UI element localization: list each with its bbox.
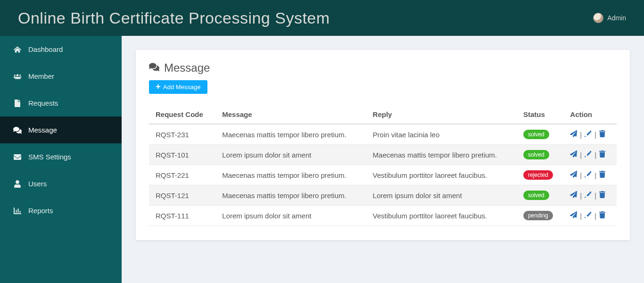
chart-icon — [13, 207, 22, 215]
separator: | — [579, 171, 583, 179]
cell-message: Maecenas mattis tempor libero pretium. — [215, 165, 366, 185]
users-icon — [13, 73, 22, 80]
cell-status: solved — [517, 185, 563, 206]
message-card: Message Add Message Request Code Message… — [136, 50, 630, 240]
file-icon — [13, 100, 22, 107]
separator: | — [594, 131, 597, 139]
send-icon[interactable] — [570, 150, 577, 159]
trash-icon[interactable] — [599, 191, 605, 200]
sidebar-item-label: SMS Settings — [28, 153, 71, 161]
cell-status: solved — [517, 124, 563, 145]
add-message-label: Add Message — [163, 83, 201, 91]
cell-reply: Proin vitae lacinia leo — [366, 124, 517, 145]
avatar — [593, 13, 603, 23]
cell-code: RQST-221 — [149, 165, 215, 185]
cell-status: rejected — [517, 165, 563, 185]
separator: | — [579, 131, 583, 139]
sidebar-item-dashboard[interactable]: Dashboard — [0, 36, 122, 63]
cell-code: RQST-231 — [149, 124, 215, 145]
status-badge: solved — [523, 150, 549, 159]
sidebar-item-label: Message — [28, 126, 57, 134]
sidebar-item-sms-settings[interactable]: SMS Settings — [0, 143, 122, 170]
main-content: Message Add Message Request Code Message… — [122, 36, 644, 283]
edit-icon[interactable] — [585, 211, 592, 220]
edit-icon[interactable] — [585, 150, 592, 159]
send-icon[interactable] — [570, 191, 577, 200]
home-icon — [13, 46, 22, 53]
status-badge: solved — [523, 191, 549, 200]
separator: | — [594, 212, 597, 220]
sidebar-item-requests[interactable]: Requests — [0, 90, 122, 117]
table-row: RQST-111 Lorem ipsum dolor sit ament Ves… — [149, 206, 617, 226]
cell-action: | | — [563, 206, 617, 226]
separator: | — [579, 212, 583, 220]
sidebar-item-label: Dashboard — [28, 45, 63, 53]
cell-code: RQST-101 — [149, 145, 215, 165]
cell-reply: Vestibulum porttitor laoreet faucibus. — [366, 206, 517, 226]
page-title-row: Message — [149, 61, 617, 75]
messages-table: Request Code Message Reply Status Action… — [149, 105, 617, 226]
cell-code: RQST-121 — [149, 185, 215, 206]
col-code: Request Code — [149, 105, 215, 124]
cell-reply: Lorem ipsum dolor sit ament — [366, 185, 517, 206]
sidebar-item-users[interactable]: Users — [0, 170, 122, 197]
col-message: Message — [215, 105, 366, 124]
sidebar-item-label: Users — [28, 180, 47, 188]
table-row: RQST-221 Maecenas mattis tempor libero p… — [149, 165, 617, 185]
sidebar-item-label: Reports — [28, 207, 53, 215]
add-message-button[interactable]: Add Message — [149, 80, 207, 94]
status-badge: solved — [523, 130, 549, 139]
status-badge: pending — [523, 211, 553, 220]
cell-code: RQST-111 — [149, 206, 215, 226]
cell-status: solved — [517, 145, 563, 165]
cell-message: Maecenas mattis tempor libero pretium. — [215, 185, 366, 206]
sidebar: Dashboard Member Requests Message SMS Se — [0, 36, 122, 283]
cell-message: Lorem ipsum dolor sit ament — [215, 145, 366, 165]
separator: | — [594, 171, 597, 179]
table-header-row: Request Code Message Reply Status Action — [149, 105, 617, 124]
table-row: RQST-121 Maecenas mattis tempor libero p… — [149, 185, 617, 206]
col-reply: Reply — [366, 105, 517, 124]
trash-icon[interactable] — [599, 150, 605, 159]
separator: | — [579, 191, 583, 200]
trash-icon[interactable] — [599, 171, 605, 179]
sidebar-item-message[interactable]: Message — [0, 117, 122, 143]
cell-status: pending — [517, 206, 563, 226]
send-icon[interactable] — [570, 171, 577, 179]
cell-action: | | — [563, 185, 617, 206]
sidebar-item-label: Requests — [28, 99, 58, 107]
col-status: Status — [517, 105, 563, 124]
sidebar-item-reports[interactable]: Reports — [0, 197, 122, 224]
trash-icon[interactable] — [599, 130, 605, 139]
user-name: Admin — [607, 14, 626, 22]
plus-icon — [156, 83, 161, 91]
cell-action: | | — [563, 145, 617, 165]
envelope-icon — [13, 153, 22, 161]
separator: | — [594, 151, 597, 159]
sidebar-item-member[interactable]: Member — [0, 63, 122, 90]
status-badge: rejected — [523, 170, 553, 180]
comments-icon — [149, 61, 159, 75]
trash-icon[interactable] — [599, 211, 605, 220]
cell-action: | | — [563, 165, 617, 185]
edit-icon[interactable] — [585, 130, 592, 139]
user-icon — [13, 180, 22, 188]
user-menu[interactable]: Admin — [593, 13, 626, 23]
comments-icon — [13, 126, 22, 134]
top-bar: Online Birth Certificate Processing Syst… — [0, 0, 644, 36]
send-icon[interactable] — [570, 211, 577, 220]
send-icon[interactable] — [570, 130, 577, 139]
page-title: Message — [164, 61, 210, 75]
col-action: Action — [563, 105, 617, 124]
brand-title: Online Birth Certificate Processing Syst… — [18, 9, 330, 27]
separator: | — [594, 191, 597, 200]
edit-icon[interactable] — [585, 191, 592, 200]
edit-icon[interactable] — [585, 171, 592, 179]
sidebar-item-label: Member — [28, 72, 54, 80]
cell-reply: Vestibulum porttitor laoreet faucibus. — [366, 165, 517, 185]
cell-reply: Maecenas mattis tempor libero pretium. — [366, 145, 517, 165]
cell-action: | | — [563, 124, 617, 145]
separator: | — [579, 151, 583, 159]
table-row: RQST-231 Maecenas mattis tempor libero p… — [149, 124, 617, 145]
cell-message: Maecenas mattis tempor libero pretium. — [215, 124, 366, 145]
